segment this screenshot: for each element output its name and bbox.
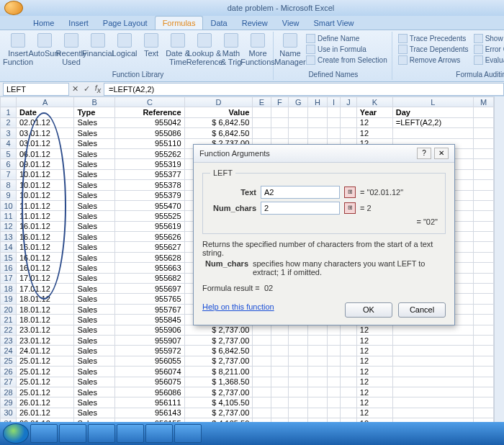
cell[interactable] (392, 387, 473, 397)
cell[interactable] (473, 408, 493, 418)
logical-button[interactable]: Logical (112, 33, 137, 58)
cell[interactable] (473, 211, 493, 221)
cell[interactable] (392, 335, 473, 345)
header-cell[interactable]: Day (392, 107, 473, 117)
cell[interactable]: Sales (74, 367, 115, 377)
cell[interactable] (473, 242, 493, 252)
cell[interactable] (327, 377, 341, 387)
cell[interactable] (289, 397, 308, 408)
cell[interactable] (289, 367, 308, 377)
cell[interactable]: 25.01.12 (17, 377, 74, 387)
header-cell[interactable] (289, 107, 308, 117)
cell[interactable]: 18.01.12 (17, 304, 74, 314)
col-header[interactable]: D (184, 97, 253, 107)
cell[interactable] (473, 232, 493, 242)
dialog-help-icon[interactable]: ? (417, 148, 431, 159)
header-cell[interactable] (473, 107, 493, 117)
row-header[interactable]: 17 (1, 273, 17, 283)
cell[interactable] (253, 408, 271, 418)
cell[interactable] (473, 117, 493, 127)
cell[interactable] (327, 128, 341, 138)
cell[interactable] (473, 304, 493, 314)
cell[interactable] (327, 367, 341, 377)
cell[interactable] (253, 387, 271, 397)
cell[interactable] (473, 138, 493, 148)
cell[interactable] (473, 169, 493, 179)
lookup-reference-button[interactable]: Lookup & Reference (192, 33, 217, 66)
error-checking-button[interactable]: Error Checking (472, 44, 504, 55)
cell[interactable]: 955525 (115, 211, 185, 221)
cell[interactable] (473, 200, 493, 210)
cell[interactable] (271, 367, 288, 377)
dialog-close-icon[interactable]: ✕ (434, 148, 449, 159)
cell[interactable] (308, 377, 327, 387)
row-header[interactable]: 2 (1, 117, 17, 127)
cell[interactable] (308, 325, 327, 335)
row-header[interactable]: 23 (1, 335, 17, 345)
row-header[interactable]: 22 (1, 325, 17, 335)
autosum-button[interactable]: AutoSum (32, 33, 57, 58)
cell[interactable]: Sales (74, 138, 115, 148)
cell[interactable] (253, 397, 271, 408)
cell[interactable] (289, 377, 308, 387)
cell[interactable] (473, 335, 493, 345)
cell[interactable]: =LEFT(A2,2) (392, 117, 473, 127)
cell[interactable] (308, 408, 327, 418)
cell[interactable]: Sales (74, 263, 115, 273)
cell[interactable] (308, 387, 327, 397)
cell[interactable]: 956074 (115, 367, 185, 377)
cell[interactable] (341, 377, 357, 387)
cell[interactable] (473, 346, 493, 356)
cell[interactable]: Sales (74, 221, 115, 231)
cell[interactable]: 955619 (115, 221, 185, 231)
cell[interactable]: 16.01.12 (17, 221, 74, 231)
cell[interactable] (473, 159, 493, 169)
cell[interactable]: Sales (74, 315, 115, 325)
cell[interactable]: Sales (74, 159, 115, 169)
col-header[interactable]: J (341, 97, 357, 107)
row-header[interactable]: 8 (1, 180, 17, 190)
cell[interactable] (341, 356, 357, 366)
cell[interactable] (473, 148, 493, 158)
cell[interactable] (289, 408, 308, 418)
col-header[interactable]: K (356, 97, 392, 107)
row-header[interactable]: 25 (1, 356, 17, 366)
cell[interactable]: 10.01.12 (17, 190, 74, 200)
col-header[interactable]: G (289, 97, 308, 107)
cell[interactable] (253, 335, 271, 345)
cell[interactable]: 956086 (115, 387, 185, 397)
cell[interactable] (341, 346, 357, 356)
row-header[interactable]: 10 (1, 200, 17, 210)
taskbar-explorer-icon[interactable] (117, 424, 144, 443)
tab-smart-view[interactable]: Smart View (306, 17, 361, 30)
cell[interactable] (271, 356, 288, 366)
cell[interactable]: 12 (356, 346, 392, 356)
cell[interactable] (271, 387, 288, 397)
arg-text-input[interactable] (261, 186, 340, 199)
range-selector-icon[interactable]: ⊞ (344, 186, 356, 198)
cell[interactable]: 10.01.12 (17, 180, 74, 190)
header-cell[interactable] (271, 107, 288, 117)
cell[interactable]: Sales (74, 242, 115, 252)
remove-arrows-button[interactable]: Remove Arrows (397, 55, 470, 66)
ok-button[interactable]: OK (345, 302, 392, 318)
cell[interactable]: 955378 (115, 180, 185, 190)
cell[interactable]: $ 6,842.50 (184, 346, 253, 356)
taskbar-wmp-icon[interactable] (59, 424, 86, 443)
cell[interactable] (392, 356, 473, 366)
tab-insert[interactable]: Insert (61, 17, 96, 30)
cell[interactable] (473, 325, 493, 335)
cell[interactable] (253, 377, 271, 387)
cell[interactable] (253, 117, 271, 127)
col-header[interactable]: E (253, 97, 271, 107)
cell[interactable]: Sales (74, 387, 115, 397)
cell[interactable] (271, 397, 288, 408)
row-header[interactable]: 28 (1, 387, 17, 397)
cell[interactable]: 11.01.12 (17, 200, 74, 210)
cell[interactable] (473, 221, 493, 231)
cell[interactable]: 956143 (115, 408, 185, 418)
row-header[interactable]: 13 (1, 232, 17, 242)
header-cell[interactable]: Year (356, 107, 392, 117)
row-header[interactable]: 26 (1, 367, 17, 377)
cell[interactable]: $ 2,737.00 (184, 387, 253, 397)
